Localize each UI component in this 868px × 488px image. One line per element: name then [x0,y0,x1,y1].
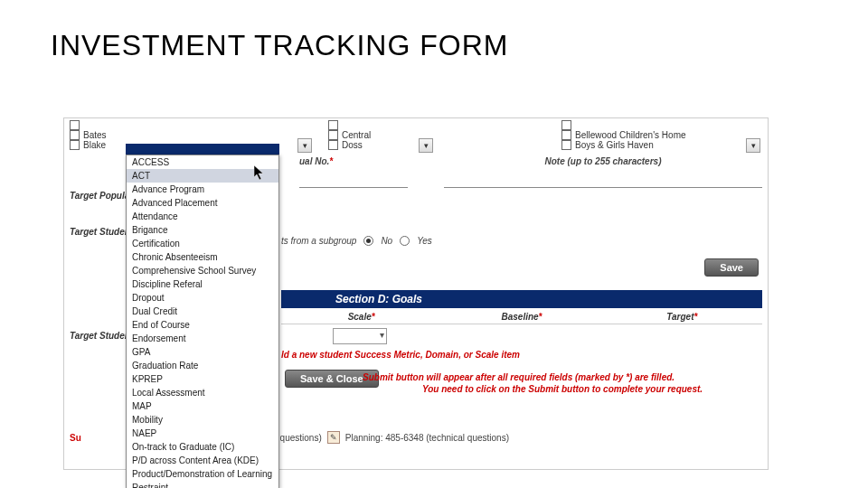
dropdown-option[interactable]: MAP [127,399,278,413]
dropdown-option[interactable]: Product/Demonstration of Learning [127,467,278,481]
dropdown-option[interactable]: Restraint [127,481,278,488]
check-label: Central [342,130,371,140]
dropdown-arrow-icon[interactable]: ▾ [419,138,433,153]
dropdown-option[interactable]: Chronic Absenteeism [127,250,278,264]
goals-input-row [281,328,762,344]
col-target: Target [666,312,693,322]
section-d-header: Section D: Goals [281,290,762,308]
submit-warning: Submit button will appear after all requ… [363,371,762,395]
scale-select[interactable] [333,328,387,344]
radio-no-label: No [381,236,392,246]
radio-yes-label: Yes [417,236,432,246]
dropdown-option[interactable]: On-track to Graduate (IC) [127,440,278,454]
checkbox[interactable] [561,120,571,130]
check-label: Boys & Girls Haven [575,140,654,150]
dropdown-option[interactable]: P/D across Content Area (KDE) [127,454,278,467]
dropdown-option[interactable]: Discipline Referal [127,277,278,291]
col-scale: Scale [348,312,372,322]
dropdown-option[interactable]: NAEP [127,427,278,440]
check-label: Bates [83,130,107,140]
check-label: Doss [342,140,363,150]
dropdown-option[interactable]: Advance Program [127,183,278,196]
note-label: Note (up to 255 characters) [545,156,662,166]
planning-contact: Planning: 485-6348 (technical questions) [345,433,509,443]
checkbox-bates[interactable] [70,130,80,140]
actual-no-input[interactable] [299,175,408,188]
dropdown-option[interactable]: Advanced Placement [127,196,278,210]
form-screenshot: Bates Blake Central Doss Bellewood Child… [63,117,769,470]
dropdown-option[interactable]: Attendance [127,210,278,223]
dropdown-selected-bar[interactable] [126,144,279,155]
dropdown-option[interactable]: Mobility [127,413,278,427]
planning-icon: ✎ [327,431,340,444]
slide-title: INVESTMENT TRACKING FORM [51,29,508,62]
dropdown-option[interactable]: Dropout [127,291,278,305]
dropdown-option[interactable]: Brigance [127,223,278,237]
note-input[interactable] [444,175,762,188]
dropdown-option[interactable]: Comprehensive School Survey [127,264,278,277]
checkbox-central[interactable] [328,130,338,140]
dropdown-option[interactable]: GPA [127,345,278,359]
goals-columns: Scale* Baseline* Target* [281,310,762,324]
dropdown-option[interactable]: End of Course [127,318,278,332]
dropdown-option[interactable]: Dual Credit [127,305,278,318]
radio-yes[interactable] [400,236,410,246]
check-label: Blake [83,140,106,150]
dropdown-option[interactable]: Endorsement [127,332,278,345]
subgroup-question: ts from a subgroup No Yes [281,236,432,246]
check-label: Bellewood Children's Home [575,130,686,140]
checkbox[interactable] [561,130,571,140]
checkbox-doss[interactable] [328,140,338,150]
dropdown-option[interactable]: Local Assessment [127,386,278,399]
checkbox[interactable] [70,120,80,130]
checkbox[interactable] [328,120,338,130]
actual-no-label: ual No.* [299,156,333,166]
checkbox[interactable] [561,140,571,150]
dropdown-arrow-icon[interactable]: ▾ [746,138,760,153]
cursor-icon [254,165,267,183]
right-fields: ual No.* Note (up to 255 characters) [299,156,762,188]
checkbox-blake[interactable] [70,140,80,150]
radio-no[interactable] [363,236,373,246]
dropdown-option[interactable]: Graduation Rate [127,359,278,372]
dropdown-arrow-icon[interactable]: ▾ [297,138,312,153]
save-button[interactable]: Save [704,258,759,277]
dropdown-option[interactable]: KPREP [127,372,278,386]
dropdown-option[interactable]: Certification [127,237,278,250]
col-baseline: Baseline [501,312,538,322]
outcomes-dropdown-list[interactable]: ACCESSACTAdvance ProgramAdvanced Placeme… [126,155,279,488]
add-new-metric-link[interactable]: ld a new student Success Metric, Domain,… [281,350,520,360]
